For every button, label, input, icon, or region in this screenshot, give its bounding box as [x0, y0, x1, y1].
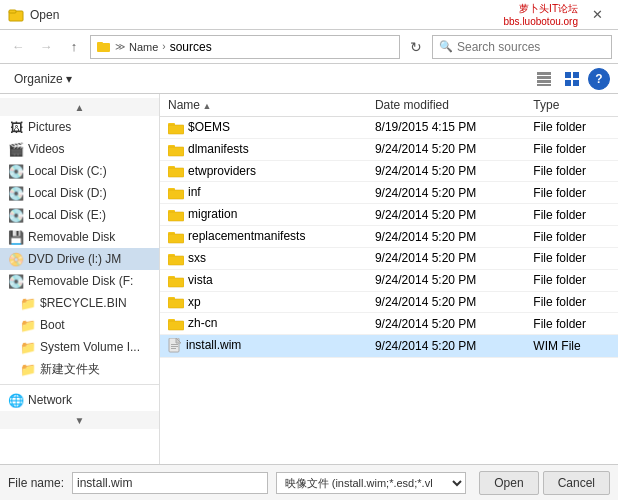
organize-arrow: ▾: [66, 72, 72, 86]
svg-rect-9: [573, 72, 579, 78]
toolbar: Organize ▾ ?: [0, 64, 618, 94]
nav-item-dvd-drive-label: DVD Drive (l:) JM: [28, 252, 121, 266]
nav-panel: ▲ 🖼 Pictures 🎬 Videos 💽 Local Disk (C:) …: [0, 94, 160, 464]
filetype-select[interactable]: 映像文件 (install.wim;*.esd;*.vl: [276, 472, 466, 494]
nav-item-local-disk-e-label: Local Disk (E:): [28, 208, 106, 222]
table-row[interactable]: vista 9/24/2014 5:20 PM File folder: [160, 269, 618, 291]
path-folder-icon: [97, 40, 111, 54]
back-button[interactable]: ←: [6, 35, 30, 59]
nav-item-system-volume[interactable]: 📁 System Volume I...: [0, 336, 159, 358]
svg-rect-29: [168, 299, 184, 308]
nav-item-dvd-drive[interactable]: 📀 DVD Drive (l:) JM: [0, 248, 159, 270]
local-disk-c-icon: 💽: [8, 163, 24, 179]
table-row[interactable]: xp 9/24/2014 5:20 PM File folder: [160, 291, 618, 313]
filename-input[interactable]: [72, 472, 268, 494]
help-button[interactable]: ?: [588, 68, 610, 90]
file-name-cell: xp: [160, 291, 367, 313]
file-date-cell: 9/24/2014 5:20 PM: [367, 138, 525, 160]
refresh-button[interactable]: ↻: [404, 35, 428, 59]
local-disk-d-icon: 💽: [8, 185, 24, 201]
file-type-cell: WIM File: [525, 335, 618, 358]
file-date-cell: 9/24/2014 5:20 PM: [367, 269, 525, 291]
nav-item-boot-label: Boot: [40, 318, 65, 332]
file-name-cell: zh-cn: [160, 313, 367, 335]
address-path[interactable]: ≫ Name › sources: [90, 35, 400, 59]
table-row[interactable]: dlmanifests 9/24/2014 5:20 PM File folde…: [160, 138, 618, 160]
nav-item-removable-disk[interactable]: 💾 Removable Disk: [0, 226, 159, 248]
table-row[interactable]: $OEMS 8/19/2015 4:15 PM File folder: [160, 117, 618, 139]
file-date-cell: 9/24/2014 5:20 PM: [367, 182, 525, 204]
table-row[interactable]: zh-cn 9/24/2014 5:20 PM File folder: [160, 313, 618, 335]
forward-button[interactable]: →: [34, 35, 58, 59]
search-box[interactable]: 🔍: [432, 35, 612, 59]
file-type-cell: File folder: [525, 138, 618, 160]
open-dialog-icon: [8, 7, 24, 23]
filename-label: File name:: [8, 476, 64, 490]
tiles-view-icon: [565, 72, 579, 86]
file-date-cell: 9/24/2014 5:20 PM: [367, 247, 525, 269]
bottom-bar: File name: 映像文件 (install.wim;*.esd;*.vl …: [0, 464, 618, 500]
table-row[interactable]: inf 9/24/2014 5:20 PM File folder: [160, 182, 618, 204]
nav-scroll-up-button[interactable]: ▲: [0, 98, 159, 116]
table-row[interactable]: migration 9/24/2014 5:20 PM File folder: [160, 204, 618, 226]
table-row[interactable]: install.wim 9/24/2014 5:20 PM WIM File: [160, 335, 618, 358]
table-row[interactable]: sxs 9/24/2014 5:20 PM File folder: [160, 247, 618, 269]
nav-item-boot[interactable]: 📁 Boot: [0, 314, 159, 336]
nav-item-new-folder-label: 新建文件夹: [40, 361, 100, 378]
svg-rect-23: [168, 234, 184, 243]
file-name: $OEMS: [188, 120, 230, 134]
svg-rect-11: [573, 80, 579, 86]
file-type-cell: File folder: [525, 182, 618, 204]
nav-scroll-down-button[interactable]: ▼: [0, 411, 159, 429]
path-sources[interactable]: sources: [170, 40, 212, 54]
file-name: inf: [188, 185, 201, 199]
nav-item-network-label: Network: [28, 393, 72, 407]
file-date-cell: 9/24/2014 5:20 PM: [367, 160, 525, 182]
nav-item-system-volume-label: System Volume I...: [40, 340, 140, 354]
nav-item-removable-disk-f-label: Removable Disk (F:: [28, 274, 133, 288]
removable-disk-icon: 💾: [8, 229, 24, 245]
table-row[interactable]: replacementmanifests 9/24/2014 5:20 PM F…: [160, 226, 618, 248]
open-button[interactable]: Open: [479, 471, 538, 495]
title-bar: Open 萝卜头IT论坛 bbs.luobotou.org ✕: [0, 0, 618, 30]
close-button[interactable]: ✕: [584, 2, 610, 28]
nav-item-pictures[interactable]: 🖼 Pictures: [0, 116, 159, 138]
path-separator-2: ›: [162, 41, 165, 52]
search-icon: 🔍: [439, 40, 453, 53]
nav-item-videos[interactable]: 🎬 Videos: [0, 138, 159, 160]
column-header-type[interactable]: Type: [525, 94, 618, 117]
new-folder-icon: 📁: [20, 361, 36, 377]
filename-input-wrap: [72, 472, 268, 494]
file-name: migration: [188, 207, 237, 221]
column-header-date-modified[interactable]: Date modified: [367, 94, 525, 117]
svg-rect-34: [171, 344, 178, 345]
svg-rect-35: [171, 346, 178, 347]
search-input[interactable]: [457, 40, 605, 54]
cancel-button[interactable]: Cancel: [543, 471, 610, 495]
file-name-cell: migration: [160, 204, 367, 226]
view-tiles-button[interactable]: [560, 68, 584, 90]
file-name-cell: etwproviders: [160, 160, 367, 182]
svg-rect-25: [168, 256, 184, 265]
nav-item-local-disk-e[interactable]: 💽 Local Disk (E:): [0, 204, 159, 226]
nav-item-recycle-bin[interactable]: 📁 $RECYCLE.BIN: [0, 292, 159, 314]
file-date-cell: 9/24/2014 5:20 PM: [367, 335, 525, 358]
up-button[interactable]: ↑: [62, 35, 86, 59]
nav-item-local-disk-c[interactable]: 💽 Local Disk (C:): [0, 160, 159, 182]
path-drive[interactable]: Name: [129, 41, 158, 53]
file-table[interactable]: Name Date modified Type $OEMS 8/19/2015 …: [160, 94, 618, 464]
nav-item-network[interactable]: 🌐 Network: [0, 389, 159, 411]
organize-button[interactable]: Organize ▾: [8, 68, 78, 90]
table-row[interactable]: etwproviders 9/24/2014 5:20 PM File fold…: [160, 160, 618, 182]
nav-item-local-disk-d[interactable]: 💽 Local Disk (D:): [0, 182, 159, 204]
nav-item-removable-disk-f[interactable]: 💽 Removable Disk (F:: [0, 270, 159, 292]
nav-item-new-folder[interactable]: 📁 新建文件夹: [0, 358, 159, 380]
file-name: etwproviders: [188, 164, 256, 178]
nav-item-local-disk-c-label: Local Disk (C:): [28, 164, 107, 178]
removable-disk-f-icon: 💽: [8, 273, 24, 289]
main-content: ▲ 🖼 Pictures 🎬 Videos 💽 Local Disk (C:) …: [0, 94, 618, 464]
nav-divider: [0, 384, 159, 385]
view-details-button[interactable]: [532, 68, 556, 90]
table-header-row: Name Date modified Type: [160, 94, 618, 117]
column-header-name[interactable]: Name: [160, 94, 367, 117]
